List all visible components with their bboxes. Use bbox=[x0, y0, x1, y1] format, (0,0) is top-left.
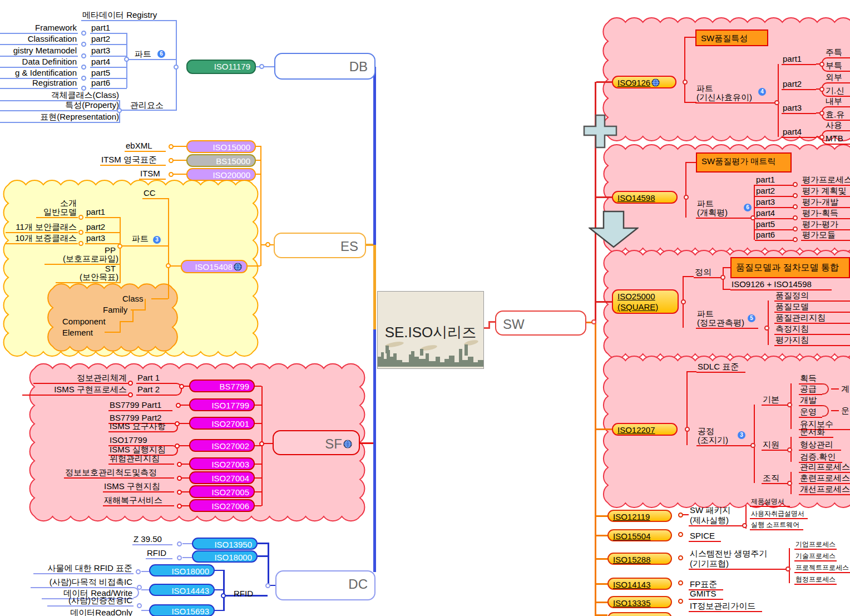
category-node-sf[interactable]: SF bbox=[273, 430, 360, 455]
fold-handle[interactable] bbox=[175, 421, 180, 426]
fold-handle[interactable] bbox=[78, 241, 83, 246]
label-part2[interactable]: part2 bbox=[90, 34, 127, 45]
label-isms-impl[interactable]: ISMS 구현지침 bbox=[103, 481, 174, 492]
leaf-label[interactable]: 평가지침 bbox=[774, 335, 850, 346]
fold-handle[interactable] bbox=[124, 57, 129, 62]
label-part2[interactable]: part2 bbox=[782, 79, 816, 90]
label-info-mgmt-system[interactable]: 정보관리체계 bbox=[33, 373, 128, 384]
label-ebxml[interactable]: ebXML bbox=[125, 141, 166, 152]
leaf-label[interactable]: 평가-획득 bbox=[801, 208, 850, 219]
label-basic[interactable]: 기본 bbox=[762, 395, 788, 406]
node-iso27001[interactable]: ISO27001 bbox=[189, 417, 255, 430]
label-read-only[interactable]: 데이터ReadOnly bbox=[53, 608, 134, 616]
label-assurance-classes[interactable]: 10개 보증클래스 bbox=[6, 233, 78, 244]
label-mgmt-elements[interactable]: 관리요소 bbox=[129, 100, 165, 110]
label-auth-ic[interactable]: (사람)인증전용IC bbox=[47, 595, 134, 607]
label-definition[interactable]: 정의 bbox=[694, 267, 721, 278]
label-sum[interactable]: ISO9126 + ISO14598 bbox=[730, 279, 832, 290]
label-cc-parts[interactable]: 파트 bbox=[131, 234, 150, 244]
fold-handle[interactable] bbox=[177, 555, 182, 560]
node-iso27002[interactable]: ISO27002 bbox=[189, 439, 255, 452]
fold-handle[interactable] bbox=[819, 87, 824, 92]
label-support[interactable]: 지원 bbox=[762, 440, 788, 451]
node-iso18000[interactable]: ISO18000 bbox=[192, 550, 258, 563]
label-family[interactable]: Family bbox=[102, 305, 129, 315]
fold-handle[interactable] bbox=[137, 585, 142, 590]
node-iso9126[interactable]: ISO9126 bbox=[612, 76, 676, 88]
label-security-target[interactable]: (보안목표) bbox=[56, 272, 120, 283]
fold-handle[interactable] bbox=[128, 392, 133, 397]
label-sw-package2[interactable]: (제사실행) bbox=[689, 515, 744, 526]
node-iso17799[interactable]: ISO17799 bbox=[189, 398, 255, 411]
fold-handle[interactable] bbox=[685, 427, 690, 432]
fold-handle[interactable] bbox=[81, 76, 86, 81]
node-iso14598[interactable]: ISO14598 bbox=[612, 191, 678, 204]
leaf-label[interactable]: 품질정의 bbox=[774, 290, 850, 302]
leaf-label[interactable]: 효.유 bbox=[824, 110, 846, 120]
label-gmits[interactable]: GMITS bbox=[689, 589, 723, 600]
fold-handle[interactable] bbox=[793, 226, 798, 231]
category-node-dc[interactable]: DC bbox=[275, 570, 375, 600]
fold-handle[interactable] bbox=[259, 441, 264, 446]
leaf-label[interactable]: 형상관리 bbox=[799, 440, 841, 451]
label-part1[interactable]: part1 bbox=[90, 23, 127, 34]
label-parts[interactable]: 파트 bbox=[134, 49, 152, 59]
label-part6[interactable]: part6 bbox=[755, 230, 793, 241]
leaf-label[interactable]: 관리프로세스 bbox=[799, 462, 850, 473]
fold-handle[interactable] bbox=[774, 100, 779, 105]
leaf-label[interactable]: 사용 bbox=[824, 120, 843, 130]
node-iso15408[interactable]: ISO15408 bbox=[181, 260, 248, 273]
leaf-label[interactable]: 훈련프로세스 bbox=[799, 473, 850, 484]
fold-handle[interactable] bbox=[117, 108, 122, 113]
fold-handle[interactable] bbox=[787, 447, 792, 452]
label-part3[interactable]: part3 bbox=[90, 46, 127, 57]
node-partial[interactable] bbox=[607, 612, 672, 616]
emphasis-box-quality[interactable]: SW품질특성 bbox=[695, 29, 768, 46]
label-part4[interactable]: part4 bbox=[90, 57, 127, 68]
node-iso18000-2[interactable]: ISO18000 bbox=[149, 564, 215, 576]
leaf-label[interactable]: 품질모델 bbox=[774, 302, 850, 313]
fold-handle[interactable] bbox=[793, 182, 798, 187]
label-part6[interactable]: part6 bbox=[90, 78, 127, 89]
label-bs7799-p1[interactable]: BS7799 Part1 bbox=[108, 400, 172, 411]
leaf-label[interactable]: 프로젝트프로세스 bbox=[794, 564, 850, 573]
fold-handle[interactable] bbox=[819, 111, 824, 116]
label-part3[interactable]: part3 bbox=[782, 103, 816, 114]
node-iso25000[interactable]: ISO25000(SQUARE) bbox=[612, 289, 679, 314]
fold-handle[interactable] bbox=[174, 65, 179, 70]
category-node-db[interactable]: DB bbox=[274, 53, 375, 80]
node-iso15693[interactable]: ISO15693 bbox=[149, 604, 215, 616]
label-general-model[interactable]: 일반모델 bbox=[36, 207, 78, 218]
fold-handle[interactable] bbox=[117, 244, 122, 249]
label-part1[interactable]: part1 bbox=[782, 54, 816, 65]
label-itsm[interactable]: ITSM bbox=[139, 169, 166, 180]
fold-handle[interactable] bbox=[136, 569, 141, 574]
root-node[interactable]: SE.ISO시리즈 bbox=[377, 291, 484, 369]
label-z3950[interactable]: Z 39.50 bbox=[132, 534, 172, 545]
category-node-es[interactable]: ES bbox=[274, 233, 366, 258]
leaf-label[interactable]: 공급 bbox=[799, 384, 822, 395]
label-protection-profile[interactable]: (보호프로파일) bbox=[45, 254, 120, 265]
label-organization[interactable]: 조직 bbox=[762, 473, 788, 484]
leaf-label[interactable]: 외부 bbox=[824, 72, 843, 82]
label-bs7799-part1[interactable]: Part 1 bbox=[136, 373, 176, 384]
fold-handle[interactable] bbox=[221, 593, 226, 598]
label-classification[interactable]: Classification bbox=[0, 34, 78, 45]
fold-handle[interactable] bbox=[678, 512, 683, 518]
fold-handle[interactable] bbox=[81, 86, 86, 91]
label-part3[interactable]: part3 bbox=[755, 197, 793, 208]
leaf-label[interactable]: 측정지침 bbox=[774, 324, 850, 335]
emphasis-box-integration[interactable]: 품질모델과 절차모델 통합 bbox=[730, 257, 850, 278]
fold-handle[interactable] bbox=[819, 62, 824, 67]
node-iso14443[interactable]: ISO14443 bbox=[149, 584, 215, 596]
fold-handle[interactable] bbox=[684, 195, 689, 200]
node-iso13335[interactable]: ISO13335 bbox=[607, 596, 672, 608]
leaf-label[interactable]: 평가 계획및 bbox=[801, 186, 850, 197]
label-it-guide[interactable]: IT정보관리가이드 bbox=[689, 601, 762, 612]
leaf-label[interactable]: 주특 bbox=[824, 47, 843, 57]
leaf-label[interactable]: 운영 bbox=[799, 407, 822, 418]
emphasis-box-eval-matrix[interactable]: SW품질평가 매트릭 bbox=[696, 152, 792, 173]
node-bs7799[interactable]: BS7799 bbox=[189, 380, 255, 392]
leaf-label[interactable]: 기.신 bbox=[824, 86, 846, 96]
fold-handle[interactable] bbox=[793, 237, 798, 242]
